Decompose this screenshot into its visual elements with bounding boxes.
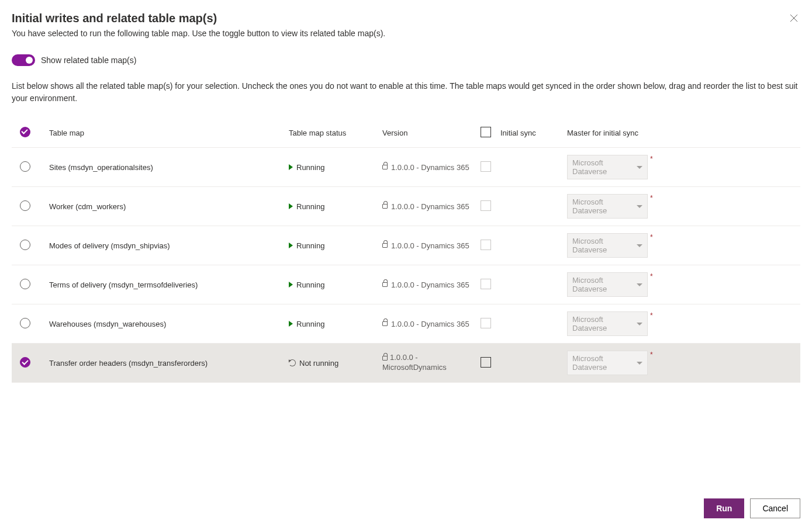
status-text: Running [296,163,324,172]
cancel-button[interactable]: Cancel [750,498,800,518]
toggle-label: Show related table map(s) [41,56,136,65]
version-text: 1.0.0.0 - Dynamics 365 [391,163,469,172]
master-dropdown[interactable]: Microsoft Dataverse [567,155,648,179]
master-value: Microsoft Dataverse [572,198,634,215]
table-map-name: Transfer order headers (msdyn_transferor… [49,359,208,368]
table-row[interactable]: Modes of delivery (msdyn_shipvias)Runnin… [12,226,800,265]
chevron-down-icon [637,323,642,325]
required-asterisk: * [650,272,653,280]
table-map-name: Modes of delivery (msdyn_shipvias) [49,241,170,250]
required-asterisk: * [650,351,653,359]
row-radio[interactable] [20,279,30,289]
status-text: Running [296,241,324,250]
initial-sync-checkbox[interactable] [481,240,491,250]
status-cell: Running [289,280,373,289]
chevron-down-icon [637,362,642,365]
required-asterisk: * [650,194,653,202]
version-cell: 1.0.0.0 - Dynamics 365 [382,163,471,172]
run-button[interactable]: Run [704,498,744,518]
status-text: Not running [299,359,338,368]
version-text: 1.0.0.0 - Dynamics 365 [391,241,469,250]
initial-sync-all-checkbox[interactable] [481,127,491,137]
dialog-header: Initial writes and related table map(s) … [12,12,800,54]
col-table-map[interactable]: Table map [44,119,284,148]
status-text: Running [296,280,324,289]
initial-sync-checkbox[interactable] [481,161,491,172]
version-text: 1.0.0.0 - Dynamics 365 [391,280,469,289]
chevron-down-icon [637,283,642,286]
table-row[interactable]: Warehouses (msdyn_warehouses)Running1.0.… [12,304,800,344]
description-text: List below shows all the related table m… [12,80,800,105]
row-radio[interactable] [20,240,30,250]
master-value: Microsoft Dataverse [572,237,634,254]
select-all-radio[interactable] [20,127,30,137]
toggle-row: Show related table map(s) [12,54,800,66]
master-value: Microsoft Dataverse [572,315,634,332]
version-cell: 1.0.0.0 - Dynamics 365 [382,202,471,211]
row-radio[interactable] [20,318,30,328]
table-maps-table: Table map Table map status Version Initi… [12,119,800,383]
version-cell: 1.0.0.0 - Dynamics 365 [382,241,471,250]
col-status[interactable]: Table map status [284,119,378,148]
initial-sync-checkbox[interactable] [481,357,491,368]
lock-icon [382,243,388,248]
master-dropdown[interactable]: Microsoft Dataverse [567,233,648,258]
status-cell: Not running [289,359,373,368]
table-map-name: Worker (cdm_workers) [49,202,126,211]
initial-sync-checkbox[interactable] [481,279,491,289]
table-row[interactable]: Transfer order headers (msdyn_transferor… [12,344,800,383]
table-row[interactable]: Worker (cdm_workers)Running1.0.0.0 - Dyn… [12,187,800,226]
dialog-title: Initial writes and related table map(s) [12,12,385,25]
status-cell: Running [289,241,373,250]
table-map-name: Terms of delivery (msdyn_termsofdeliveri… [49,280,198,289]
chevron-down-icon [637,166,642,169]
table-row[interactable]: Terms of delivery (msdyn_termsofdeliveri… [12,265,800,304]
master-dropdown[interactable]: Microsoft Dataverse [567,194,648,219]
master-dropdown[interactable]: Microsoft Dataverse [567,272,648,297]
show-related-toggle[interactable] [12,54,35,66]
status-text: Running [296,202,324,211]
required-asterisk: * [650,155,653,163]
row-radio[interactable] [20,357,30,368]
required-asterisk: * [650,311,653,320]
row-radio[interactable] [20,161,30,172]
version-text: 1.0.0.0 - Dynamics 365 [391,202,469,211]
status-cell: Running [289,163,373,172]
col-initial-sync[interactable]: Initial sync [496,119,562,148]
status-text: Running [296,320,324,328]
row-radio[interactable] [20,200,30,211]
col-version[interactable]: Version [378,119,476,148]
play-icon [289,203,293,209]
play-icon [289,164,293,170]
initial-sync-checkbox[interactable] [481,318,491,328]
version-text: 1.0.0.0 - Dynamics 365 [391,320,469,328]
chevron-down-icon [637,244,642,247]
table-row[interactable]: Sites (msdyn_operationalsites)Running1.0… [12,148,800,187]
version-cell: 1.0.0.0 - Dynamics 365 [382,320,471,328]
dialog-footer: Run Cancel [704,498,800,518]
table-map-name: Sites (msdyn_operationalsites) [49,163,153,172]
col-master[interactable]: Master for initial sync [562,119,800,148]
required-asterisk: * [650,233,653,241]
dialog-subtitle: You have selected to run the following t… [12,29,385,38]
play-icon [289,282,293,287]
version-text: 1.0.0.0 - MicrosoftDynamics [382,353,447,372]
status-cell: Running [289,320,373,328]
chevron-down-icon [637,205,642,208]
lock-icon [382,356,388,361]
lock-icon [382,204,388,209]
initial-sync-checkbox[interactable] [481,200,491,211]
initial-writes-dialog: Initial writes and related table map(s) … [0,0,812,530]
master-dropdown[interactable]: Microsoft Dataverse [567,311,648,336]
close-button[interactable] [787,12,800,27]
play-icon [289,243,293,248]
master-value: Microsoft Dataverse [572,354,634,372]
table-map-name: Warehouses (msdyn_warehouses) [49,320,166,328]
master-dropdown[interactable]: Microsoft Dataverse [567,351,648,375]
version-cell: 1.0.0.0 - MicrosoftDynamics [382,353,471,373]
lock-icon [382,321,388,326]
master-value: Microsoft Dataverse [572,276,634,293]
lock-icon [382,165,388,169]
master-value: Microsoft Dataverse [572,158,634,176]
status-cell: Running [289,202,373,211]
